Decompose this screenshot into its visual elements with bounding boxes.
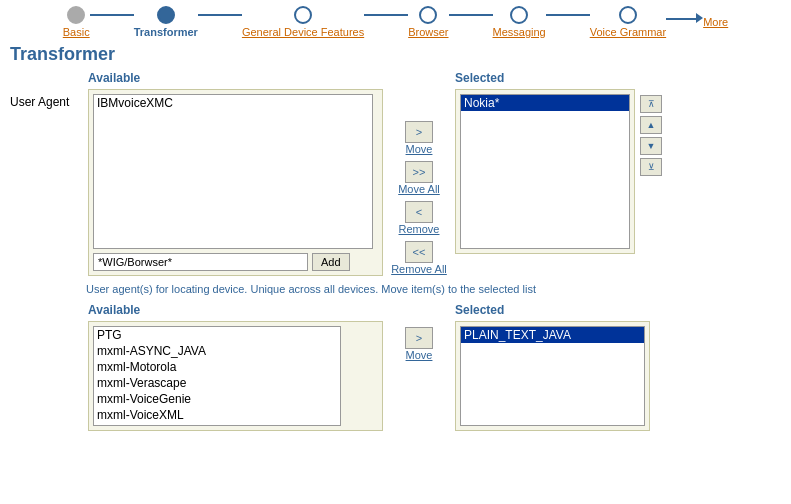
connector-3	[364, 14, 408, 16]
bottom-section: Available PTG mxml-ASYNC_JAVA mxml-Motor…	[10, 303, 781, 431]
step-transformer-circle	[157, 6, 175, 24]
list-item-selected[interactable]: PLAIN_TEXT_JAVA	[461, 327, 644, 343]
ua-add-button[interactable]: Add	[312, 253, 350, 271]
list-item[interactable]: mxml-Verascape	[94, 375, 340, 391]
step-general-circle	[294, 6, 312, 24]
step-general[interactable]: General Device Features	[242, 6, 364, 38]
sort-up-button[interactable]: ▲	[640, 116, 662, 134]
list-item[interactable]: mxml-VoiceXML	[94, 407, 340, 423]
step-general-label[interactable]: General Device Features	[242, 26, 364, 38]
arrow-end	[696, 13, 703, 23]
nav-steps-container: Basic Transformer General Device Feature…	[0, 0, 791, 40]
bottom-selected-list[interactable]: PLAIN_TEXT_JAVA	[460, 326, 645, 426]
bottom-move-label[interactable]: Move	[406, 349, 433, 361]
remove-all-label[interactable]: Remove All	[391, 263, 447, 275]
bottom-move-buttons: > Move	[391, 303, 447, 431]
step-transformer-label[interactable]: Transformer	[134, 26, 198, 38]
step-voicegrammar-label[interactable]: Voice Grammar	[590, 26, 666, 38]
step-voicegrammar[interactable]: Voice Grammar	[590, 6, 666, 38]
move-right-button[interactable]: >	[405, 121, 433, 143]
move-group-2: >> Move All	[398, 161, 440, 195]
step-more-label[interactable]: More	[703, 16, 728, 28]
page-title: Transformer	[0, 40, 791, 71]
step-messaging-label[interactable]: Messaging	[493, 26, 546, 38]
remove-label[interactable]: Remove	[399, 223, 440, 235]
sort-bottom-button[interactable]: ⊻	[640, 158, 662, 176]
main-content: User Agent Available IBMvoiceXMC Add > M…	[0, 71, 791, 431]
ua-hint-text: User agent(s) for locating device. Uniqu…	[86, 283, 781, 295]
connector-line-6	[666, 18, 696, 20]
ua-row-label: User Agent	[10, 91, 80, 109]
ua-label-wrapper: User Agent	[10, 71, 80, 279]
step-messaging-circle	[510, 6, 528, 24]
list-item[interactable]: IBMvoiceXMC	[94, 95, 372, 111]
list-item[interactable]: PTG	[94, 327, 340, 343]
list-item[interactable]: mxml-Motorola	[94, 359, 340, 375]
list-item[interactable]: mxml-avantgo	[94, 423, 340, 426]
list-item[interactable]: mxml-ASYNC_JAVA	[94, 343, 340, 359]
connector-line-2	[198, 14, 242, 16]
connector-4	[449, 14, 493, 16]
step-messaging[interactable]: Messaging	[493, 6, 546, 38]
connector-line-5	[546, 14, 590, 16]
user-agent-section: User Agent Available IBMvoiceXMC Add > M…	[10, 71, 781, 279]
ua-available-list[interactable]: IBMvoiceXMC	[93, 94, 373, 249]
step-more[interactable]: More	[703, 6, 728, 28]
ua-sort-buttons: ⊼ ▲ ▼ ⊻	[639, 71, 663, 176]
move-group-4: << Remove All	[391, 241, 447, 275]
step-basic-label[interactable]: Basic	[63, 26, 90, 38]
remove-button[interactable]: <	[405, 201, 433, 223]
step-basic[interactable]: Basic	[63, 6, 90, 38]
bottom-selected-header: Selected	[455, 303, 650, 317]
ua-available-panel: Available IBMvoiceXMC Add	[88, 71, 383, 279]
move-label[interactable]: Move	[406, 143, 433, 155]
step-voicegrammar-circle	[619, 6, 637, 24]
list-item[interactable]: mxml-VoiceGenie	[94, 391, 340, 407]
sort-top-button[interactable]: ⊼	[640, 95, 662, 113]
ua-selected-header: Selected	[455, 71, 635, 85]
step-browser-label[interactable]: Browser	[408, 26, 448, 38]
connector-6	[666, 14, 703, 23]
connector-2	[198, 14, 242, 16]
step-basic-circle	[67, 6, 85, 24]
connector-line-1	[90, 14, 134, 16]
ua-input-row: Add	[93, 253, 378, 271]
bottom-selected-panel: Selected PLAIN_TEXT_JAVA	[455, 303, 650, 431]
bottom-move-button[interactable]: >	[405, 327, 433, 349]
list-item-selected[interactable]: Nokia*	[461, 95, 629, 111]
step-browser[interactable]: Browser	[408, 6, 448, 38]
move-all-right-button[interactable]: >>	[405, 161, 433, 183]
bottom-available-list[interactable]: PTG mxml-ASYNC_JAVA mxml-Motorola mxml-V…	[93, 326, 341, 426]
bottom-avail-inner: PTG mxml-ASYNC_JAVA mxml-Motorola mxml-V…	[93, 326, 378, 426]
ua-text-input[interactable]	[93, 253, 308, 271]
ua-selected-panel: Selected Nokia* ⊼ ▲ ▼ ⊻	[455, 71, 663, 279]
connector-5	[546, 14, 590, 16]
connector-1	[90, 14, 134, 16]
step-transformer[interactable]: Transformer	[134, 6, 198, 38]
remove-all-button[interactable]: <<	[405, 241, 433, 263]
connector-line-4	[449, 14, 493, 16]
move-group-3: < Remove	[399, 201, 440, 235]
connector-line-3	[364, 14, 408, 16]
bottom-move-group: > Move	[405, 327, 433, 361]
move-group-1: > Move	[405, 121, 433, 155]
ua-selected-inner: Selected Nokia*	[455, 71, 635, 254]
ua-selected-list[interactable]: Nokia*	[460, 94, 630, 249]
move-all-label[interactable]: Move All	[398, 183, 440, 195]
step-browser-circle	[419, 6, 437, 24]
ua-available-header: Available	[88, 71, 383, 85]
sort-down-button[interactable]: ▼	[640, 137, 662, 155]
ua-move-buttons: > Move >> Move All < Remove << Remove Al…	[391, 71, 447, 279]
bottom-available-header: Available	[88, 303, 383, 317]
bottom-available-panel: Available PTG mxml-ASYNC_JAVA mxml-Motor…	[88, 303, 383, 431]
